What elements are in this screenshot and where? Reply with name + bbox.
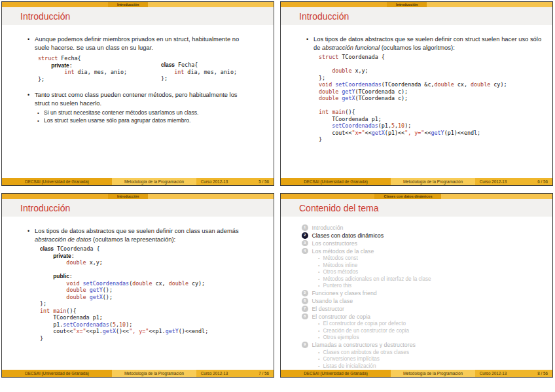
- code-line: double x,y;: [40, 259, 274, 266]
- toc-number-ball: 9: [302, 342, 308, 348]
- nav-section-label[interactable]: Introducción: [108, 194, 148, 199]
- toc-subitem[interactable]: •Métodos adicionales en el interfaz de l…: [302, 276, 552, 283]
- toc-item-8[interactable]: 8El constructor de copia: [302, 313, 552, 321]
- code-block-tcoordenada-struct: struct TCoordenada { double x,y;};void s…: [319, 54, 552, 143]
- footer-institute: DECSAI (Universidad de Granada): [2, 370, 112, 377]
- slide-body: 1Introducción2Clases con datos dinámicos…: [281, 217, 552, 377]
- code-line: void setCoordenadas(double cx, double cy…: [40, 280, 274, 287]
- code-line: double getY();: [40, 287, 274, 294]
- footer-institute: DECSAI (Universidad de Granada): [2, 178, 112, 185]
- sub-bullet-icon: •: [37, 109, 39, 117]
- toc-number-ball: 6: [302, 298, 308, 304]
- sub-bullet-icon: •: [318, 364, 319, 368]
- slide-footer: DECSAI (Universidad de Granada) Metodolo…: [2, 370, 274, 377]
- code-line: public:: [40, 273, 274, 280]
- toc-item-3[interactable]: 3Los constructores: [302, 240, 552, 247]
- code-line: struct TCoordenada {: [319, 54, 552, 61]
- slide-body: • Los tipos de datos abstractos que se s…: [2, 217, 274, 377]
- nav-section-label[interactable]: Clases con datos dinámicos: [374, 194, 441, 199]
- code-line: cout<<"x="<<getX(p1)<<", y="<<getY(p1)<<…: [319, 130, 552, 137]
- nav-bar: Introducción: [2, 194, 274, 199]
- toc-item-7[interactable]: 7El destructor: [302, 305, 552, 313]
- toc-item-label: El constructor de copia: [312, 313, 370, 320]
- bullet-item: • Tanto struct como class pueden contene…: [2, 91, 274, 107]
- footer-course-title: Metodología de la Programación: [112, 178, 196, 185]
- toc-subitem[interactable]: •El constructor de copia por defecto: [302, 321, 552, 328]
- toc-number-ball: 1: [302, 224, 308, 231]
- footer-term: Curso 2012-13: [480, 371, 507, 376]
- toc-number-ball: 3: [302, 240, 308, 247]
- toc-subitem-label: Otros ejemplos: [323, 334, 359, 340]
- slide-page-5[interactable]: Introducción Introducción • Aunque podem…: [1, 1, 274, 186]
- toc-item-9[interactable]: 9Llamadas a constructores y destructores: [302, 341, 552, 349]
- page-number: 7 / 56: [259, 371, 269, 376]
- toc-subitem[interactable]: •Métodos inline: [302, 262, 552, 269]
- toc-subitem-label: Clases con atributos de otras clases: [323, 349, 409, 355]
- frame-title: Contenido del tema: [281, 199, 552, 217]
- bullet-icon: •: [27, 227, 29, 236]
- footer-course-title: Metodología de la Programación: [112, 370, 196, 377]
- toc-number-ball: 7: [302, 306, 308, 312]
- nav-section-label[interactable]: Introducción: [108, 2, 148, 7]
- toc-subitem[interactable]: •Puntero this: [302, 283, 552, 290]
- code-line: [319, 102, 552, 109]
- bullet-text: Tanto struct como class pueden contener …: [35, 91, 243, 107]
- code-line: class Fecha{: [161, 62, 237, 69]
- frame-title: Introducción: [2, 199, 274, 217]
- code-block-tcoordenada-class: class TCoordenada { private: double x,y;…: [40, 245, 274, 342]
- sub-bullet-icon: •: [318, 350, 319, 355]
- bullet-text: Aunque podemos definir miembros privados…: [35, 35, 243, 52]
- footer-term-and-page: Curso 2012-135 / 56: [196, 178, 274, 185]
- toc-subitem-label: Listas de inicialización: [323, 363, 376, 369]
- toc-item-label: El destructor: [312, 306, 344, 312]
- toc-item-label: Funciones y clases friend: [312, 290, 377, 296]
- toc-subitem[interactable]: •Creación de un constructor de copia: [302, 327, 552, 334]
- toc-item-2[interactable]: 2Clases con datos dinámicos: [302, 232, 552, 240]
- nav-bar-left-segment: [2, 194, 108, 199]
- toc-item-6[interactable]: 6Usando la clase: [302, 297, 552, 305]
- sub-bullet-icon: •: [318, 357, 319, 361]
- toc-subitem-label: Puntero this: [323, 283, 351, 289]
- code-line: };: [38, 76, 161, 83]
- sub-bullet-icon: •: [318, 263, 319, 268]
- code-line: int dia, mes, anio;: [38, 69, 161, 76]
- footer-term-and-page: Curso 2012-137 / 56: [196, 370, 274, 377]
- sub-bullet-icon: •: [318, 270, 319, 274]
- toc-item-label: Llamadas a constructores y destructores: [312, 342, 416, 348]
- code-line: private:: [40, 253, 274, 260]
- code-block-struct-fecha: struct Fecha{ private: int dia, mes, ani…: [38, 55, 161, 82]
- nav-bar: Introducción: [2, 2, 274, 7]
- nav-section-label[interactable]: Introducción: [387, 2, 427, 7]
- toc-subitem[interactable]: •Otros métodos: [302, 269, 552, 276]
- code-line: setCoordenadas(p1,5,10);: [319, 122, 552, 130]
- code-block-class-fecha: class Fecha{ int dia, mes, anio;};: [161, 62, 237, 82]
- toc-item-4[interactable]: 4Los métodos de la clase: [302, 247, 552, 255]
- toc-subitem-label: Otros métodos: [323, 269, 358, 275]
- toc-subitem[interactable]: •Conversiones implícitas: [302, 356, 552, 363]
- slide-page-8[interactable]: Clases con datos dinámicos Contenido del…: [280, 193, 553, 378]
- bullet-icon: •: [27, 35, 29, 44]
- toc-subitem[interactable]: •Métodos const: [302, 255, 552, 262]
- toc-subitem[interactable]: •Clases con atributos de otras clases: [302, 349, 552, 356]
- toc-item-5[interactable]: 5Funciones y clases friend: [302, 289, 552, 297]
- footer-institute: DECSAI (Universidad de Granada): [281, 370, 391, 377]
- footer-term: Curso 2012-13: [201, 371, 228, 376]
- footer-term: Curso 2012-13: [201, 179, 228, 184]
- toc-item-1[interactable]: 1Introducción: [302, 224, 552, 232]
- nav-bar-left-segment: [281, 194, 374, 199]
- sub-bullet-text: Si un struct necesitase contener métodos…: [44, 109, 198, 116]
- code-line: p1.setCoordenadas(5,10);: [40, 321, 274, 329]
- nav-bar-right-segment: [427, 2, 552, 7]
- nav-bar: Introducción: [281, 2, 552, 7]
- nav-bar: Clases con datos dinámicos: [281, 194, 552, 199]
- code-line: void setCoordenadas(TCoordenada &c,doubl…: [319, 81, 552, 88]
- code-line: }: [319, 136, 552, 143]
- slide-page-6[interactable]: Introducción Introducción • Los tipos de…: [280, 1, 553, 186]
- toc-subitem[interactable]: •Listas de inicialización: [302, 363, 552, 370]
- code-line: int main(){: [319, 109, 552, 116]
- toc-subitem[interactable]: •Otros ejemplos: [302, 334, 552, 342]
- slide-page-7[interactable]: Introducción Introducción • Los tipos de…: [1, 193, 274, 378]
- page-number: 5 / 56: [259, 179, 269, 184]
- bullet-item: • Los tipos de datos abstractos que se s…: [2, 227, 274, 243]
- code-line: int dia, mes, anio;: [161, 69, 237, 76]
